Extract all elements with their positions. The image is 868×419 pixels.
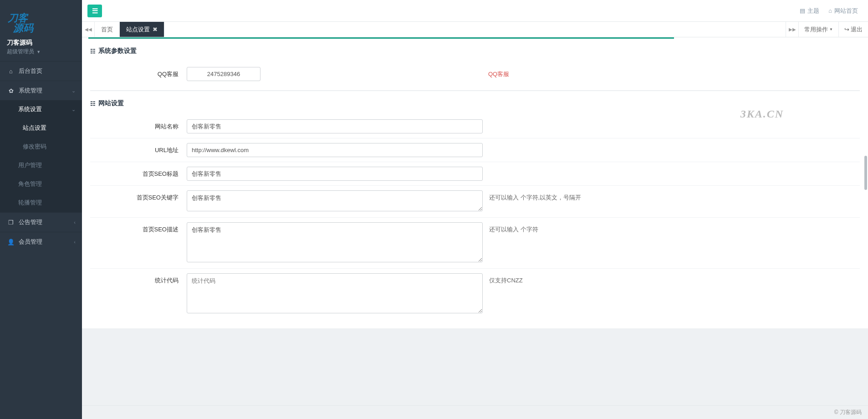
nav-role-management[interactable]: 角色管理 [0,175,82,194]
input-qq[interactable] [187,67,260,81]
nav-announcement-label: 公告管理 [19,218,42,226]
label-seo-desc: 首页SEO描述 [90,222,187,234]
nav-system-settings[interactable]: 系统设置 ⌄ [0,100,82,119]
nav-system[interactable]: ✿ 系统管理 ⌄ [0,81,82,100]
double-chevron-left-icon: ◀◀ [85,27,92,32]
section-site-settings-title-text: 网站设置 [98,99,124,107]
tabbar-common-ops-label: 常用操作 [804,26,828,34]
help-seo-title [483,167,860,170]
row-site-name: 网站名称 [90,115,860,138]
help-site-name [483,119,860,123]
svg-text:源码: 源码 [13,22,34,33]
footer-text: © 刀客源码 [834,409,862,416]
tabbar-common-ops[interactable]: 常用操作 ▼ [798,22,838,37]
input-site-name[interactable] [187,119,483,133]
double-chevron-right-icon: ▶▶ [789,27,796,32]
label-qq: QQ客服 [90,67,187,78]
row-seo-title: 首页SEO标题 [90,162,860,186]
textarea-seo-keywords[interactable]: 创客新零售 [187,190,483,211]
nav-carousel-management-label: 轮播管理 [18,199,42,207]
nav-home[interactable]: ⌂ 后台首页 [0,61,82,81]
nav-member[interactable]: 👤 会员管理 ‹ [0,232,82,251]
topbar-theme[interactable]: ▤ 主题 [795,7,824,15]
topbar: ☰ ▤ 主题 ⌂ 网站首页 [82,0,868,22]
topbar-site-home-label: 网站首页 [834,7,858,15]
tab-scroll-left[interactable]: ◀◀ [82,22,95,37]
label-site-name: 网站名称 [90,119,187,131]
chevron-left-icon: ‹ [74,220,76,225]
label-url: URL地址 [90,143,187,154]
row-seo-desc: 首页SEO描述 创客新零售 还可以输入 个字符 [90,218,860,269]
help-seo-keywords: 还可以输入 个字符,以英文，号隔开 [483,190,860,202]
sidebar: 刀客 源码 刀客源码 超级管理员 ▼ ⌂ 后台首页 ✿ 系统管理 ⌄ 系统设置 … [0,0,82,419]
input-seo-title[interactable] [187,167,483,181]
nav-system-settings-label: 系统设置 [18,106,42,113]
list-icon: ☷ [90,48,96,55]
nav-change-password[interactable]: 修改密码 [0,138,82,156]
nav-home-label: 后台首页 [19,67,42,75]
label-seo-keywords: 首页SEO关键字 [90,190,187,202]
label-seo-title: 首页SEO标题 [90,167,187,178]
nav-announcement[interactable]: ❐ 公告管理 ‹ [0,213,82,232]
tab-home-label: 首页 [101,26,113,34]
row-qq: QQ客服 QQ客服 [90,62,860,86]
logo-icon: 刀客 源码 [7,11,40,33]
nav-system-label: 系统管理 [19,87,42,95]
main: ☰ ▤ 主题 ⌂ 网站首页 ◀◀ 首页 站点设置 ✖ ▶▶ 常用操作 ▼ [82,0,868,419]
section-system-params: ☷ 系统参数设置 QQ客服 QQ客服 [82,39,868,86]
help-qq: QQ客服 [260,67,860,78]
caret-down-icon: ▼ [36,50,41,54]
textarea-seo-desc[interactable]: 创客新零售 [187,222,483,262]
tabbar-logout[interactable]: ↪ 退出 [838,22,868,37]
list-icon: ☷ [90,100,96,107]
copy-icon: ❐ [7,219,15,226]
tabbar: ◀◀ 首页 站点设置 ✖ ▶▶ 常用操作 ▼ ↪ 退出 [82,22,868,37]
user-icon: 👤 [7,239,15,245]
caret-down-icon: ▼ [829,27,833,31]
footer: © 刀客源码 [82,405,868,419]
topbar-site-home[interactable]: ⌂ 网站首页 [824,7,863,15]
chevron-down-icon: ⌄ [71,88,76,94]
section-system-params-title: ☷ 系统参数设置 [90,47,860,55]
sidebar-logo: 刀客 源码 [0,0,82,38]
hamburger-button[interactable]: ☰ [87,5,102,17]
tabbar-logout-label: 退出 [851,26,863,34]
nav-user-management-label: 用户管理 [18,162,42,169]
textarea-stats[interactable] [187,273,483,313]
nav-member-label: 会员管理 [19,238,42,246]
nav-carousel-management[interactable]: 轮播管理 [0,194,82,212]
theme-icon: ▤ [800,7,805,14]
scrollbar[interactable] [864,156,867,190]
tab-scroll-right[interactable]: ▶▶ [786,22,798,37]
row-url: URL地址 [90,138,860,162]
tab-home[interactable]: 首页 [95,22,120,37]
topbar-theme-label: 主题 [807,7,819,15]
chevron-left-icon: ‹ [74,239,76,245]
nav-change-password-label: 修改密码 [23,143,46,151]
tab-site-settings-label: 站点设置 [126,26,150,34]
tab-site-settings[interactable]: 站点设置 ✖ [120,22,164,37]
sidebar-role-label: 超级管理员 [7,48,34,55]
row-stats: 统计代码 仅支持CNZZ [90,269,860,319]
sidebar-role-dropdown[interactable]: 超级管理员 ▼ [0,48,82,61]
close-icon[interactable]: ✖ [153,26,158,33]
label-stats: 统计代码 [90,273,187,285]
home-icon: ⌂ [7,68,15,75]
input-url[interactable] [187,143,483,157]
section-site-settings-title: ☷ 网站设置 [90,99,860,107]
section-system-params-title-text: 系统参数设置 [98,47,137,55]
logout-icon: ↪ [844,26,849,33]
chevron-down-icon: ⌄ [71,107,76,112]
nav-user-management[interactable]: 用户管理 [0,156,82,175]
menu-icon: ☰ [92,7,98,15]
sidebar-brand: 刀客源码 [0,38,82,48]
help-seo-desc: 还可以输入 个字符 [483,222,860,234]
help-url [483,143,860,146]
nav-system-settings-submenu: 站点设置 修改密码 [0,119,82,156]
nav-site-settings[interactable]: 站点设置 [0,119,82,138]
content: 3KA.CN ☷ 系统参数设置 QQ客服 QQ客服 [82,37,868,419]
content-panel: 3KA.CN ☷ 系统参数设置 QQ客服 QQ客服 [82,37,868,328]
gear-icon: ✿ [7,87,15,94]
nav-site-settings-label: 站点设置 [23,124,46,132]
help-stats: 仅支持CNZZ [483,273,860,285]
